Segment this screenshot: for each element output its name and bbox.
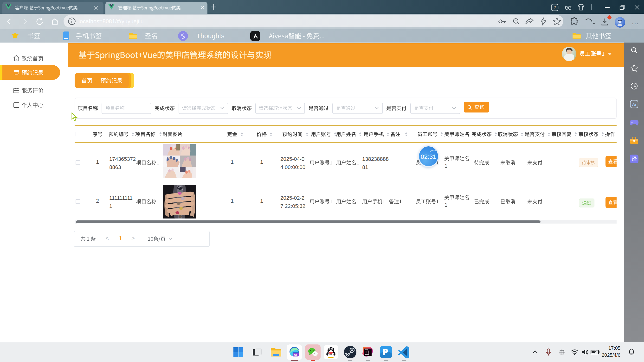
svg-text:2: 2 xyxy=(554,5,556,10)
svg-text:Ai: Ai xyxy=(632,102,636,107)
